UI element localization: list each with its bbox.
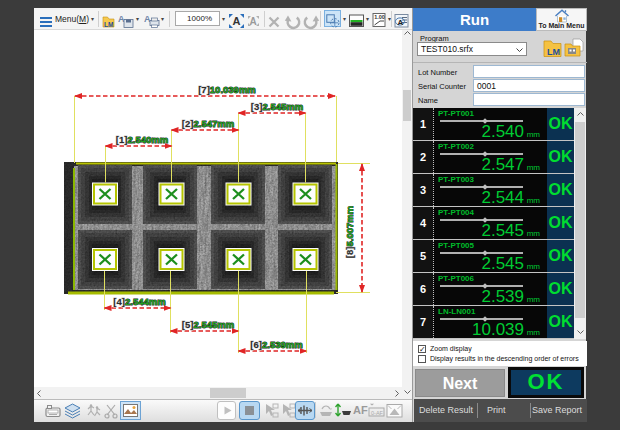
svg-text:[2]2.547mm: [2]2.547mm xyxy=(182,118,234,129)
svg-text:[6]2.539mm: [6]2.539mm xyxy=(250,339,302,350)
svg-text:LM: LM xyxy=(547,47,560,57)
svg-text:LM: LM xyxy=(104,21,113,28)
svg-text:[7]10.039mm: [7]10.039mm xyxy=(198,84,256,95)
svg-text:[1]2.540mm: [1]2.540mm xyxy=(116,134,168,145)
svg-text:A: A xyxy=(250,16,257,27)
svg-text:A: A xyxy=(398,18,404,27)
svg-text:A: A xyxy=(233,15,241,27)
svg-text:0-AF: 0-AF xyxy=(371,410,384,416)
svg-text:[5]2.545mm: [5]2.545mm xyxy=(182,319,234,330)
svg-text:[3]2.545mm: [3]2.545mm xyxy=(251,101,303,112)
svg-text:[8]5.007mm: [8]5.007mm xyxy=(344,206,355,258)
svg-text:[4]2.544mm: [4]2.544mm xyxy=(113,296,165,307)
svg-text:1.00: 1.00 xyxy=(374,14,385,20)
